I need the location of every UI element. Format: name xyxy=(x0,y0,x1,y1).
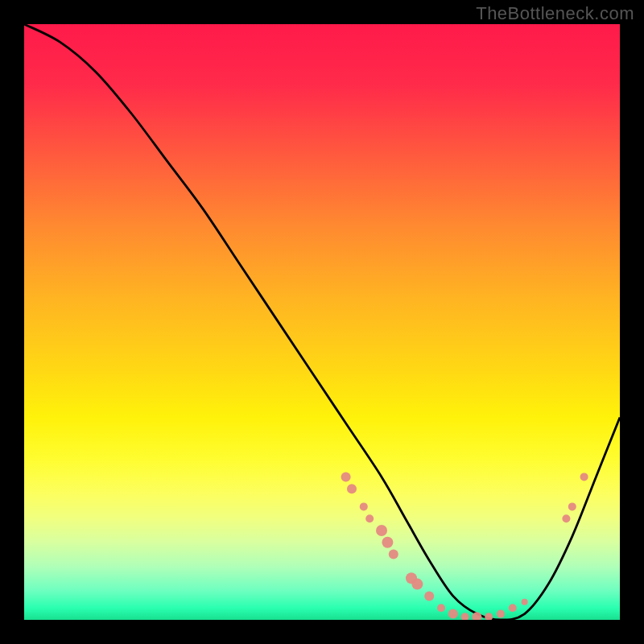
chart-marker xyxy=(568,502,576,510)
chart-marker xyxy=(580,473,588,481)
watermark-text: TheBottleneck.com xyxy=(476,3,634,24)
chart-plot-area xyxy=(24,24,620,620)
chart-marker xyxy=(509,604,517,612)
chart-svg xyxy=(24,24,620,620)
chart-curve xyxy=(24,24,620,620)
chart-marker xyxy=(497,610,505,618)
chart-marker xyxy=(437,604,445,612)
chart-marker xyxy=(562,514,570,522)
chart-marker xyxy=(347,484,357,493)
chart-marker xyxy=(522,599,528,605)
chart-marker xyxy=(424,591,434,601)
chart-marker xyxy=(411,579,423,590)
chart-marker xyxy=(389,550,398,559)
chart-markers xyxy=(341,472,588,620)
chart-marker xyxy=(485,613,493,620)
chart-marker xyxy=(376,525,387,536)
chart-marker xyxy=(382,537,393,548)
chart-marker xyxy=(360,502,368,510)
chart-marker xyxy=(365,514,374,522)
chart-marker xyxy=(448,609,458,619)
chart-marker xyxy=(341,472,351,481)
chart-marker xyxy=(461,613,469,620)
